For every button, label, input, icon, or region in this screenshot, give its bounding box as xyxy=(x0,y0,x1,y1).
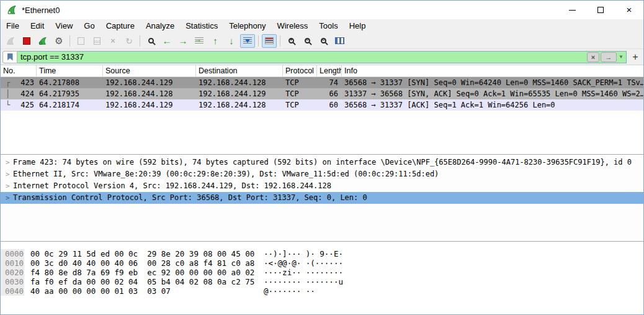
hex-row[interactable]: 0010 00 3c d0 40 40 00 40 06 00 28 c0 a8… xyxy=(1,258,643,268)
auto-scroll-button[interactable] xyxy=(240,34,255,48)
hex-ascii[interactable]: ·<·@@·@· ·(······ xyxy=(264,258,343,268)
hex-ascii[interactable]: ··)·]··· )· 9··E· xyxy=(264,249,343,258)
menu-telephony[interactable]: Telephony xyxy=(223,19,271,33)
clear-filter-button[interactable]: × xyxy=(587,52,599,62)
packet-source: 192.168.244.129 xyxy=(103,99,196,111)
chevron-right-icon[interactable]: > xyxy=(1,168,13,180)
packet-destination: 192.168.244.128 xyxy=(196,77,283,88)
hex-row[interactable]: 0030 fa f0 ef da 00 00 02 04 05 b4 04 02… xyxy=(1,277,643,286)
packet-protocol: TCP xyxy=(283,99,317,111)
zoom-in-icon: + xyxy=(288,38,294,43)
packet-row-423[interactable]: ┌423 64.217808 192.168.244.129 192.168.2… xyxy=(1,77,643,88)
apply-filter-button[interactable]: → xyxy=(601,52,617,62)
display-filter-input[interactable] xyxy=(17,52,587,62)
menu-capture[interactable]: Capture xyxy=(101,19,140,33)
menu-help[interactable]: Help xyxy=(344,19,372,33)
detail-row-frame[interactable]: > Frame 423: 74 bytes on wire (592 bits)… xyxy=(1,157,643,168)
hex-bytes[interactable]: 40 aa 00 00 00 00 01 03 03 07 xyxy=(30,286,171,296)
hex-offset: 0020 xyxy=(1,268,24,277)
zoom-in-button[interactable]: + xyxy=(284,34,298,48)
hex-ascii[interactable]: ········ ·······u xyxy=(264,277,343,286)
packet-row-424[interactable]: │424 64.217935 192.168.244.128 192.168.2… xyxy=(1,88,643,99)
auto-scroll-icon xyxy=(243,37,252,44)
menu-bar: File Edit View Go Capture Analyze Statis… xyxy=(1,19,643,33)
go-forward-button[interactable]: → xyxy=(176,34,190,48)
column-header-protocol[interactable]: Protocol xyxy=(283,65,317,76)
close-button[interactable]: × xyxy=(615,1,643,19)
minimize-button[interactable] xyxy=(558,1,586,19)
conversation-bracket: │ xyxy=(1,88,11,99)
menu-file[interactable]: File xyxy=(1,19,25,33)
packet-length: 66 xyxy=(317,88,342,99)
main-toolbar: ⚙ 010 × ↻ ← → → ↑ ↓ + − = xyxy=(1,33,643,49)
hex-bytes[interactable]: 00 0c 29 11 5d ed 00 0c 29 8e 20 39 08 0… xyxy=(30,249,254,258)
column-header-info[interactable]: Info xyxy=(342,65,643,76)
column-header-destination[interactable]: Destination xyxy=(196,65,283,76)
close-icon: × xyxy=(627,7,632,13)
chevron-right-icon[interactable]: > xyxy=(1,192,13,204)
zoom-normal-button[interactable]: = xyxy=(316,34,331,48)
hex-bytes[interactable]: fa f0 ef da 00 00 02 04 05 b4 04 02 08 0… xyxy=(30,277,254,286)
packet-protocol: TCP xyxy=(283,77,317,88)
detail-row-ethernet[interactable]: > Ethernet II, Src: VMware_8e:20:39 (00:… xyxy=(1,168,643,180)
hex-row[interactable]: 0040 40 aa 00 00 00 00 01 03 03 07 @····… xyxy=(1,286,643,296)
column-header-no[interactable]: No. xyxy=(1,65,37,76)
hex-offset: 0040 xyxy=(1,286,24,296)
colorize-button[interactable] xyxy=(262,34,277,48)
packet-length: 74 xyxy=(317,77,342,88)
hex-ascii[interactable]: @······· ·· xyxy=(264,286,315,296)
find-packet-button[interactable] xyxy=(143,34,158,48)
go-to-packet-button[interactable]: → xyxy=(192,34,207,48)
menu-go[interactable]: Go xyxy=(78,19,100,33)
go-first-packet-button[interactable]: ↑ xyxy=(208,34,223,48)
hex-row[interactable]: 0020 f4 80 8e d8 7a 69 f9 eb ec 92 00 00… xyxy=(1,268,643,277)
menu-edit[interactable]: Edit xyxy=(25,19,50,33)
menu-view[interactable]: View xyxy=(50,19,78,33)
close-file-icon: × xyxy=(110,36,115,45)
minus-glyph: − xyxy=(306,37,309,43)
filter-dropdown-caret[interactable]: ▼ xyxy=(619,54,624,60)
stop-capture-icon xyxy=(23,37,30,45)
toolbar-separator xyxy=(280,35,280,47)
go-back-button[interactable]: ← xyxy=(159,34,174,48)
zoom-out-button[interactable]: − xyxy=(300,34,315,48)
menu-tools[interactable]: Tools xyxy=(313,19,343,33)
chevron-right-icon[interactable]: > xyxy=(1,180,13,192)
packet-time: 64.217808 xyxy=(37,77,103,88)
packet-row-425[interactable]: └425 64.218174 192.168.244.129 192.168.2… xyxy=(1,99,643,111)
resize-columns-button[interactable] xyxy=(332,34,347,48)
detail-text: Transmission Control Protocol, Src Port:… xyxy=(13,192,367,204)
column-header-time[interactable]: Time xyxy=(37,65,103,76)
hex-bytes[interactable]: 00 3c d0 40 40 00 40 06 00 28 c0 a8 f4 8… xyxy=(30,258,254,268)
arrow-into-icon: → xyxy=(194,35,202,44)
column-header-length[interactable]: Length xyxy=(317,65,342,76)
conversation-bracket: ┌ xyxy=(1,77,11,88)
packet-no: 425 xyxy=(11,99,37,111)
hex-bytes[interactable]: f4 80 8e d8 7a 69 f9 eb ec 92 00 00 00 0… xyxy=(30,268,254,277)
add-filter-button[interactable]: + xyxy=(629,51,642,63)
toolbar-separator xyxy=(69,35,70,47)
detail-row-ip[interactable]: > Internet Protocol Version 4, Src: 192.… xyxy=(1,180,643,192)
menu-wireless[interactable]: Wireless xyxy=(271,19,313,33)
menu-statistics[interactable]: Statistics xyxy=(180,19,223,33)
detail-text: Ethernet II, Src: VMware_8e:20:39 (00:0c… xyxy=(13,168,439,180)
packet-info: 36568 → 31337 [ACK] Seq=1 Ack=1 Win=6425… xyxy=(342,99,643,111)
detail-row-tcp-selected[interactable]: > Transmission Control Protocol, Src Por… xyxy=(1,192,643,204)
reload-icon: ↻ xyxy=(125,36,133,46)
filter-bookmark-button[interactable] xyxy=(2,51,17,63)
column-header-source[interactable]: Source xyxy=(103,65,196,76)
capture-options-button[interactable]: ⚙ xyxy=(51,34,66,48)
down-triangle-icon xyxy=(245,39,250,45)
close-file-button: × xyxy=(105,34,120,48)
maximize-button[interactable] xyxy=(586,1,615,19)
hex-row[interactable]: 0000 00 0c 29 11 5d ed 00 0c 29 8e 20 39… xyxy=(1,249,643,258)
search-icon xyxy=(148,38,154,43)
packet-info: 31337 → 36568 [SYN, ACK] Seq=0 Ack=1 Win… xyxy=(342,88,643,99)
chevron-right-icon[interactable]: > xyxy=(1,157,13,168)
stop-capture-button[interactable] xyxy=(19,34,34,48)
hex-ascii[interactable]: ····zi·· ········ xyxy=(264,268,343,277)
go-last-packet-button[interactable]: ↓ xyxy=(224,34,239,48)
menu-analyze[interactable]: Analyze xyxy=(140,19,180,33)
zoom-normal-icon: = xyxy=(321,38,326,43)
restart-capture-button[interactable] xyxy=(35,34,50,48)
